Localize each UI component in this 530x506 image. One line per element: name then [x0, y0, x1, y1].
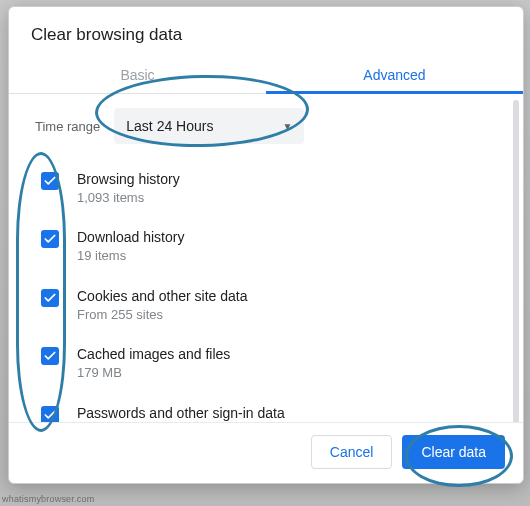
- option-label: Download history: [77, 228, 184, 247]
- time-range-label: Time range: [35, 119, 100, 134]
- option-label: Cached images and files: [77, 345, 230, 364]
- tab-basic[interactable]: Basic: [9, 55, 266, 93]
- clear-data-button[interactable]: Clear data: [402, 435, 505, 469]
- time-range-value: Last 24 Hours: [126, 118, 213, 134]
- checkbox[interactable]: [41, 172, 59, 190]
- tab-advanced[interactable]: Advanced: [266, 55, 523, 93]
- option-download-history[interactable]: Download history 19 items: [41, 220, 489, 278]
- tabs: Basic Advanced: [9, 55, 523, 94]
- dialog-footer: Cancel Clear data: [9, 422, 523, 483]
- clear-browsing-data-dialog: Clear browsing data Basic Advanced Time …: [8, 6, 524, 484]
- option-label: Cookies and other site data: [77, 287, 247, 306]
- checkbox[interactable]: [41, 289, 59, 307]
- option-cached[interactable]: Cached images and files 179 MB: [41, 337, 489, 395]
- time-range-select[interactable]: Last 24 Hours ▼: [114, 108, 304, 144]
- scrollbar[interactable]: [513, 100, 519, 422]
- option-label: Passwords and other sign-in data: [77, 404, 285, 422]
- dialog-title: Clear browsing data: [9, 7, 523, 55]
- option-browsing-history[interactable]: Browsing history 1,093 items: [41, 162, 489, 220]
- option-sub: 1,093 items: [77, 189, 180, 207]
- time-range-row: Time range Last 24 Hours ▼: [9, 94, 511, 160]
- option-sub: From 255 sites: [77, 306, 247, 324]
- checkbox[interactable]: [41, 406, 59, 422]
- option-sub: 179 MB: [77, 364, 230, 382]
- watermark: whatismybrowser.com: [2, 494, 94, 504]
- dialog-body: Time range Last 24 Hours ▼ Browsing hist…: [9, 94, 523, 422]
- option-passwords[interactable]: Passwords and other sign-in data None: [41, 396, 489, 422]
- option-label: Browsing history: [77, 170, 180, 189]
- options-list: Browsing history 1,093 items Download hi…: [9, 160, 511, 422]
- checkbox[interactable]: [41, 347, 59, 365]
- checkbox[interactable]: [41, 230, 59, 248]
- option-sub: 19 items: [77, 247, 184, 265]
- cancel-button[interactable]: Cancel: [311, 435, 393, 469]
- chevron-down-icon: ▼: [282, 121, 292, 132]
- option-cookies[interactable]: Cookies and other site data From 255 sit…: [41, 279, 489, 337]
